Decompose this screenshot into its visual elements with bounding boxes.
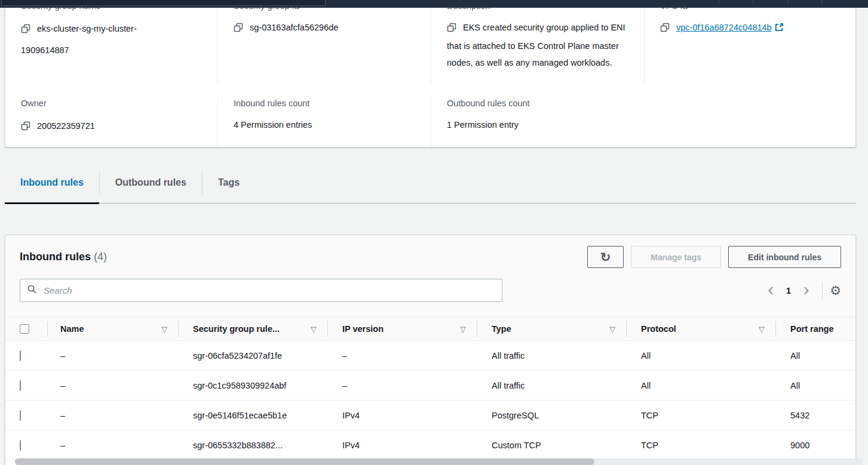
search-box[interactable]	[20, 279, 502, 302]
field-inbound-rules-count: Inbound rules count 4 Permission entries	[217, 98, 431, 147]
details-row-1: Security group name eks-cluster-sg-my-cl…	[5, 0, 855, 84]
cell-rule-id: sgr-06cfa5234207af1fe	[178, 351, 327, 361]
copy-icon[interactable]	[447, 21, 456, 38]
cell-name: –	[47, 441, 178, 450]
copy-icon[interactable]	[234, 21, 243, 38]
column-header-ip-version[interactable]: IP version▽	[327, 318, 477, 340]
field-value: EKS created security group applied to EN…	[447, 19, 631, 71]
cell-port-range: 5432	[775, 411, 855, 420]
field-security-group-name: Security group name eks-cluster-sg-my-cl…	[5, 1, 217, 84]
horizontal-scrollbar[interactable]	[15, 458, 863, 465]
table-row: – sgr-0655332b883882... IPv4 Custom TCP …	[5, 430, 855, 460]
row-select-cell	[5, 381, 47, 390]
select-all-checkbox[interactable]	[20, 324, 29, 334]
owner-value: 200522359721	[37, 121, 95, 131]
cell-rule-id: sgr-0655332b883882...	[178, 441, 327, 450]
column-header-protocol[interactable]: Protocol▽	[626, 318, 775, 340]
tab-outbound-rules[interactable]: Outbound rules	[100, 162, 202, 203]
field-value: eks-cluster-sg-my-cluster-1909614887	[21, 19, 181, 60]
copy-icon[interactable]	[21, 21, 30, 41]
row-select-cell	[5, 441, 47, 450]
column-label: IP version	[342, 324, 384, 334]
pagination-separator	[822, 282, 823, 300]
cell-ip-version: –	[327, 381, 477, 390]
cell-ip-version: –	[327, 351, 477, 361]
field-outbound-rules-count: Outbound rules count 1 Permission entry	[431, 98, 644, 147]
topbar-inset-field	[1, 0, 326, 6]
tab-tags[interactable]: Tags	[203, 162, 255, 203]
horizontal-scrollbar-thumb[interactable]	[15, 458, 594, 465]
cell-protocol: TCP	[626, 441, 775, 450]
security-group-details-card: Security group name eks-cluster-sg-my-cl…	[5, 0, 856, 147]
topbar-separator	[719, 0, 719, 4]
field-label: Inbound rules count	[234, 98, 418, 109]
cell-port-range: All	[775, 351, 855, 361]
field-value: 200522359721	[21, 116, 181, 138]
cell-type: PostgreSQL	[477, 411, 626, 420]
row-checkbox[interactable]	[20, 440, 21, 451]
field-description: Description EKS created security group a…	[431, 1, 644, 84]
row-checkbox[interactable]	[20, 410, 21, 421]
row-checkbox[interactable]	[20, 380, 21, 391]
field-label: Owner	[21, 98, 204, 109]
column-label: Type	[492, 324, 511, 334]
settings-gear-icon[interactable]: ⚙	[830, 284, 841, 297]
page-number[interactable]: 1	[778, 285, 799, 295]
security-group-name-value: eks-cluster-sg-my-cluster-1909614887	[21, 24, 137, 55]
outbound-rules-count-value: 1 Permission entry	[447, 116, 631, 133]
cell-rule-id: sgr-0e5146f51ecae5b1e	[178, 411, 327, 420]
table-row: – sgr-0e5146f51ecae5b1e IPv4 PostgreSQL …	[5, 401, 855, 430]
cell-type: All traffic	[477, 351, 626, 361]
tabs-bar: Inbound rules Outbound rules Tags	[5, 162, 856, 204]
field-value: sg-03163afcfa56296de	[234, 19, 418, 38]
filter-icon[interactable]: ▽	[759, 325, 765, 334]
column-header-port-range[interactable]: Port range▽	[775, 318, 855, 340]
refresh-button[interactable]: ↻	[587, 246, 624, 268]
tab-label: Inbound rules	[20, 177, 84, 188]
manage-tags-button[interactable]: Manage tags	[631, 246, 721, 268]
column-header-name[interactable]: Name▽	[47, 318, 178, 340]
field-value: vpc-0f16a68724c04814b	[660, 19, 842, 38]
edit-inbound-rules-button[interactable]: Edit inbound rules	[728, 246, 841, 268]
filter-icon[interactable]: ▽	[609, 325, 615, 334]
cell-port-range: All	[775, 381, 855, 390]
refresh-icon: ↻	[600, 251, 611, 263]
cell-type: Custom TCP	[477, 441, 626, 450]
column-label: Security group rule...	[193, 324, 280, 334]
panel-actions: ↻ Manage tags Edit inbound rules	[587, 246, 841, 268]
row-select-cell	[5, 351, 47, 361]
next-page-button[interactable]	[799, 286, 814, 295]
filter-icon[interactable]: ▽	[311, 325, 317, 334]
cell-name: –	[47, 351, 178, 361]
search-input[interactable]	[42, 285, 495, 296]
row-checkbox[interactable]	[20, 350, 21, 361]
tab-inbound-rules[interactable]: Inbound rules	[5, 162, 99, 203]
column-label: Name	[60, 324, 84, 334]
field-vpc-id: VPC ID vpc-0f16a68724c04814b	[644, 1, 855, 84]
column-header-rule-id[interactable]: Security group rule...▽	[178, 318, 327, 340]
field-security-group-id: Security group ID sg-03163afcfa56296de	[217, 1, 431, 84]
cell-protocol: All	[626, 381, 775, 390]
select-all-cell	[5, 318, 47, 340]
table-toolbar: 1 ⚙	[5, 268, 855, 302]
panel-title-text: Inbound rules	[20, 251, 91, 263]
copy-icon[interactable]	[660, 21, 670, 38]
inbound-rules-count-value: 4 Permission entries	[234, 116, 418, 133]
topbar-separator	[821, 0, 822, 4]
column-header-type[interactable]: Type▽	[477, 318, 626, 340]
inbound-rules-table: Name▽ Security group rule...▽ IP version…	[5, 317, 855, 465]
field-owner: Owner 200522359721	[5, 98, 217, 147]
cell-type: All traffic	[477, 381, 626, 390]
filter-icon[interactable]: ▽	[460, 325, 466, 334]
previous-page-button[interactable]	[763, 286, 778, 295]
panel-count: (4)	[94, 251, 107, 263]
filter-icon[interactable]: ▽	[161, 325, 167, 334]
panel-header: Inbound rules (4) ↻ Manage tags Edit inb…	[5, 235, 855, 268]
table-header-row: Name▽ Security group rule...▽ IP version…	[5, 317, 855, 341]
tab-label: Tags	[218, 177, 240, 188]
vpc-id-link[interactable]: vpc-0f16a68724c04814b	[676, 23, 772, 32]
field-spacer	[644, 98, 855, 147]
topbar-separator	[787, 0, 788, 4]
copy-icon[interactable]	[21, 118, 30, 138]
cell-port-range: 9000	[775, 441, 855, 450]
